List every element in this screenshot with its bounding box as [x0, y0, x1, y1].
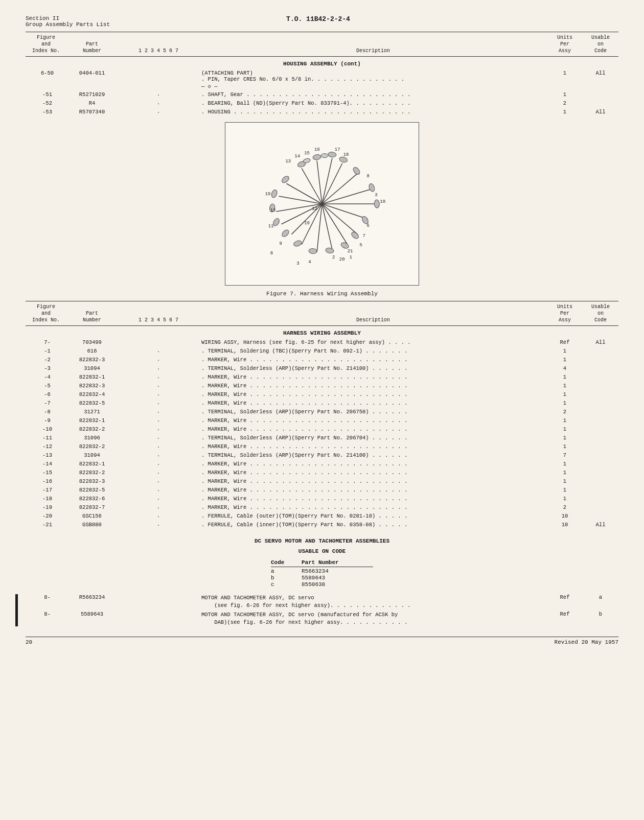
figure-index: -21 [26, 522, 66, 528]
indenture: . [118, 91, 199, 97]
figure-index: -14 [26, 461, 66, 467]
svg-text:7: 7 [363, 233, 365, 239]
part-number: 703499 [66, 339, 118, 345]
part-number: 31271 [66, 409, 118, 415]
code-table-header: Code Part Number [271, 559, 373, 567]
svg-text:16: 16 [314, 147, 320, 152]
indenture: . [118, 452, 199, 458]
svg-text:9: 9 [280, 241, 282, 246]
indenture: . [118, 496, 199, 501]
svg-line-17 [322, 163, 342, 204]
svg-line-6 [322, 204, 332, 249]
svg-text:3: 3 [375, 193, 377, 198]
svg-text:8: 8 [270, 251, 273, 256]
indenture: . [118, 478, 199, 484]
indenture: . [118, 109, 199, 114]
figure-index: -17 [26, 487, 66, 493]
description: . TERMINAL, Solderless (ARP)(Sperry Part… [199, 452, 547, 458]
figure-index: -1 [26, 348, 66, 354]
svg-text:21: 21 [348, 249, 353, 254]
figure-index: -7 [26, 400, 66, 406]
units: 4 [547, 365, 583, 371]
description: . MARKER, Wire . . . . . . . . . . . . .… [199, 461, 547, 467]
figure-index: 8- [26, 594, 66, 600]
svg-text:11: 11 [268, 224, 274, 229]
table-row: -4 822832-1 . . MARKER, Wire . . . . . .… [26, 374, 618, 382]
indenture: . [118, 348, 199, 354]
code-table-row: c 8550638 [271, 581, 373, 588]
units: 1 [547, 470, 583, 476]
description: . MARKER, Wire . . . . . . . . . . . . .… [199, 417, 547, 424]
figure-index: -15 [26, 470, 66, 476]
col-indenture-2: 1 2 3 4 5 6 7 [118, 317, 199, 323]
part-number: R4 [66, 100, 118, 106]
units: 2 [547, 504, 583, 510]
units: Ref [547, 339, 583, 345]
svg-line-7 [317, 204, 322, 252]
indenture: . [118, 487, 199, 493]
col-indenture: 1 2 3 4 5 6 7 [118, 48, 199, 54]
table-row: -13 31094 . . TERMINAL, Solderless (ARP)… [26, 452, 618, 460]
svg-text:3: 3 [296, 261, 299, 266]
description: . MARKER, Wire . . . . . . . . . . . . .… [199, 478, 547, 484]
part-a: R5663234 [302, 568, 373, 574]
svg-text:1: 1 [350, 255, 352, 260]
section-title-housing: HOUSING ASSEMBLY (cont) [26, 61, 618, 67]
svg-point-23 [270, 189, 278, 198]
usable-code: All [583, 522, 618, 528]
figure-index: -51 [26, 91, 66, 98]
svg-text:10: 10 [380, 199, 385, 204]
description: . SHAFT, Gear . . . . . . . . . . . . . … [199, 91, 547, 98]
svg-text:15: 15 [304, 151, 310, 156]
table1-header: FigureandIndex No. PartNumber 1 2 3 4 5 … [26, 32, 618, 57]
description: . FERRULE, Cable (outer)(TOM)(Sperry Par… [199, 513, 547, 519]
svg-text:14: 14 [294, 154, 300, 159]
description: . FERRULE, Cable (inner)(TOM)(Sperry Par… [199, 522, 547, 528]
description: . MARKER, Wire . . . . . . . . . . . . .… [199, 443, 547, 450]
part-col-header: Part Number [302, 559, 373, 566]
indenture: . [118, 409, 199, 414]
svg-line-16 [322, 158, 332, 204]
figure-index: -10 [26, 426, 66, 432]
figure-index: -19 [26, 504, 66, 510]
figure-index: 6-50 [26, 70, 66, 76]
indenture: . [118, 374, 199, 380]
table-row: 6-50 0404-011 (ATTACHING PART) . PIN, Ta… [26, 70, 618, 82]
code-table: Code Part Number a R5663234 b 5589643 c … [271, 559, 373, 588]
figure-caption: Figure 7. Harness Wiring Assembly [26, 291, 618, 297]
page: Section II Group Assembly Parts List T.O… [26, 15, 618, 645]
indenture: . [118, 357, 199, 362]
units: 1 [547, 374, 583, 380]
figure-index: -5 [26, 383, 66, 389]
units: 1 [547, 435, 583, 441]
indenture: . [118, 383, 199, 388]
description: . MARKER, Wire . . . . . . . . . . . . .… [199, 496, 547, 502]
svg-text:20: 20 [339, 257, 345, 262]
description: . MARKER, Wire . . . . . . . . . . . . .… [199, 383, 547, 389]
svg-text:13: 13 [285, 159, 291, 164]
table-row: -7 822832-5 . . MARKER, Wire . . . . . .… [26, 400, 618, 408]
part-number: GSB080 [66, 522, 118, 528]
table-row: -16 822832-3 . . MARKER, Wire . . . . . … [26, 478, 618, 486]
part-number: 0404-011 [66, 70, 118, 76]
indenture: . [118, 365, 199, 371]
indenture: . [118, 522, 199, 527]
units: 2 [547, 100, 583, 106]
figure-index: -11 [26, 435, 66, 441]
description: MOTOR AND TACHOMETER ASSY, DC servo (man… [199, 611, 547, 626]
figure-index: -6 [26, 391, 66, 397]
usable-code: b [583, 611, 618, 617]
col-figure-index: FigureandIndex No. [26, 34, 66, 54]
figure-index: 8- [26, 611, 66, 617]
figure-index: -3 [26, 365, 66, 371]
col-usable-2: UsableonCode [583, 303, 618, 323]
units: 1 [547, 383, 583, 389]
svg-text:12: 12 [312, 206, 317, 212]
part-number: R5271029 [66, 91, 118, 98]
part-number: 822832-2 [66, 426, 118, 432]
part-number: 822832-7 [66, 504, 118, 510]
table-row: -20 GSC156 . . FERRULE, Cable (outer)(TO… [26, 513, 618, 521]
units: 10 [547, 513, 583, 519]
part-number: 822832-4 [66, 391, 118, 397]
table-row: -14 822832-1 . . MARKER, Wire . . . . . … [26, 461, 618, 469]
